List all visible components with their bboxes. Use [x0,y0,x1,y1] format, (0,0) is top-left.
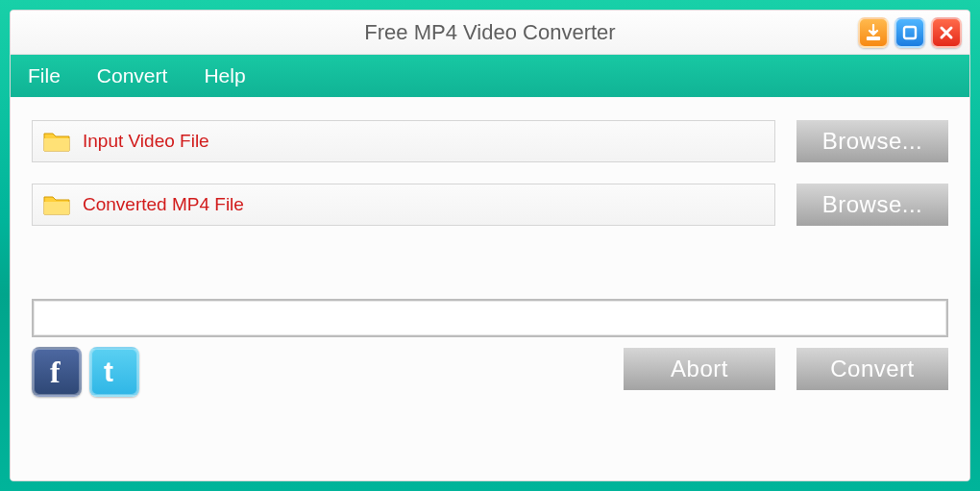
folder-icon [42,130,71,153]
window-frame: Free MP4 Video Converter [0,0,980,491]
close-icon [938,24,955,41]
input-file-label: Input Video File [83,131,209,152]
close-button[interactable] [931,17,962,48]
menu-convert[interactable]: Convert [97,64,168,87]
output-file-row: Converted MP4 File Browse... [32,184,948,226]
svg-text:f: f [50,356,61,388]
input-file-box[interactable]: Input Video File [32,120,775,162]
twitter-button[interactable]: t [89,347,139,397]
window-controls [858,17,962,48]
progress-bar [32,299,948,337]
svg-text:t: t [104,356,113,387]
menu-help[interactable]: Help [204,64,245,87]
progress-area [32,299,948,337]
abort-button[interactable]: Abort [624,348,775,390]
menu-file[interactable]: File [28,64,61,87]
svg-rect-0 [904,27,916,38]
titlebar: Free MP4 Video Converter [11,11,969,55]
window-inner: Free MP4 Video Converter [10,10,970,481]
maximize-button[interactable] [894,17,925,48]
bottom-actions: Abort Convert [624,354,948,390]
facebook-button[interactable]: f [32,347,82,397]
social-buttons: f t [32,347,139,397]
convert-button[interactable]: Convert [796,348,948,390]
facebook-icon: f [42,356,71,388]
window-title: Free MP4 Video Converter [364,20,615,45]
content-area: Input Video File Browse... Converted MP4… [11,97,969,480]
bottom-row: f t Abort Convert [32,347,948,397]
input-file-row: Input Video File Browse... [32,120,948,162]
folder-icon [42,193,71,216]
download-button[interactable] [858,17,889,48]
twitter-icon: t [98,356,131,388]
output-file-box[interactable]: Converted MP4 File [32,184,775,226]
download-icon [865,24,882,41]
menubar: File Convert Help [11,55,969,97]
maximize-icon [901,24,919,41]
browse-input-button[interactable]: Browse... [796,120,948,162]
browse-output-button[interactable]: Browse... [796,184,948,226]
output-file-label: Converted MP4 File [83,194,244,215]
